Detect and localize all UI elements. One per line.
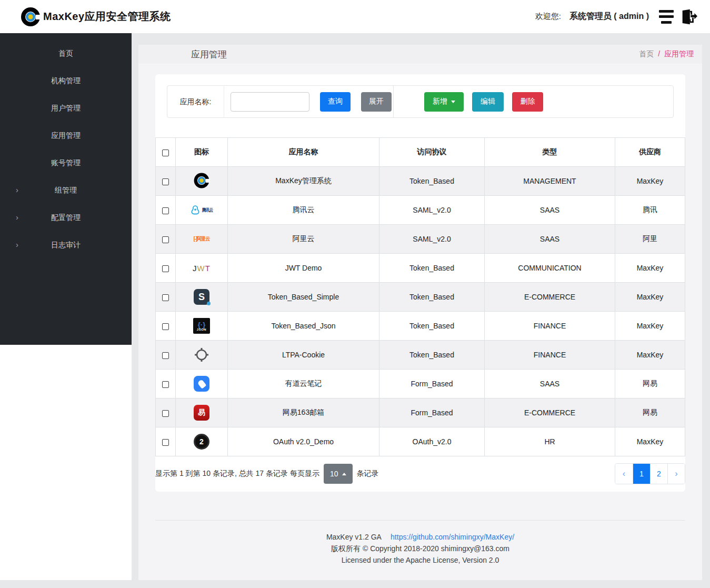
footer-copyright: 版权所有 © Copyright 2018-2020 shimingxy@163… — [155, 545, 685, 553]
page-title: 应用管理 — [191, 48, 227, 61]
row-checkbox[interactable] — [162, 265, 169, 272]
app-type: FINANCE — [485, 312, 615, 341]
sidebar-item-label: 机构管理 — [51, 76, 81, 85]
breadcrumb-separator: / — [658, 49, 660, 58]
app-protocol: Form_Based — [379, 370, 485, 398]
app-name: MaxKey管理系统 — [228, 167, 379, 196]
next-page-button[interactable]: › — [667, 464, 685, 484]
row-checkbox[interactable] — [162, 294, 169, 301]
expand-button[interactable]: 展开 — [361, 92, 392, 112]
app-name: LTPA-Cookie — [228, 341, 379, 370]
oauth2-icon: 2 — [194, 433, 209, 451]
oauth2-icon-text: 2 — [194, 434, 209, 450]
menu-lines-icon[interactable] — [658, 10, 674, 24]
json-label: JSON — [197, 328, 206, 331]
app-protocol: Token_Based — [379, 167, 485, 196]
delete-button[interactable]: 删除 — [512, 92, 543, 112]
app-type: E-COMMERCE — [485, 398, 615, 427]
sidebar-item-label: 账号管理 — [51, 158, 81, 167]
app-type: SAAS — [485, 225, 615, 254]
prev-page-button[interactable]: ‹ — [615, 464, 633, 484]
sidebar-nav: 首页 机构管理 用户管理 应用管理 账号管理 › 组管理 › 配置管理 › 日志… — [0, 33, 132, 345]
chevron-right-icon: › — [16, 204, 18, 231]
page-header-bar: 应用管理 首页 / 应用管理 — [138, 45, 702, 64]
app-protocol: Token_Based — [379, 312, 485, 341]
sidebar-item-org[interactable]: 机构管理 — [0, 67, 132, 94]
app-type: SAAS — [485, 370, 615, 398]
sidebar-item-label: 组管理 — [55, 186, 77, 194]
caret-down-icon — [451, 101, 455, 103]
row-checkbox[interactable] — [162, 236, 169, 243]
row-checkbox[interactable] — [162, 410, 169, 417]
app-name-input[interactable] — [231, 92, 309, 112]
table-row: S Token_Based_Simple Token_Based E-COMME… — [156, 283, 685, 312]
search-panel: 应用名称: 查询 展开 新增 编辑 删除 — [167, 85, 674, 118]
github-link[interactable]: https://github.com/shimingxy/MaxKey/ — [391, 533, 514, 541]
col-header-protocol: 访问协议 — [379, 138, 485, 167]
query-button[interactable]: 查询 — [320, 92, 351, 112]
chevron-right-icon: › — [16, 176, 18, 204]
app-type: HR — [485, 427, 615, 456]
jwt-icon: J W T — [193, 259, 211, 277]
app-vendor: 网易 — [615, 398, 685, 427]
app-protocol: SAML_v2.0 — [379, 225, 485, 254]
edit-button[interactable]: 编辑 — [472, 92, 504, 112]
sidebar-item-label: 应用管理 — [51, 131, 81, 139]
app-vendor: MaxKey — [615, 254, 685, 283]
sidebar-item-label: 日志审计 — [51, 241, 81, 249]
table-row: LTPA-Cookie Token_Based FINANCE MaxKey — [156, 341, 685, 370]
footer-license: Licensed under the Apache License, Versi… — [155, 556, 685, 564]
app-vendor: 阿里 — [615, 225, 685, 254]
sidebar-item-home[interactable]: 首页 — [0, 39, 132, 67]
select-all-checkbox[interactable] — [162, 150, 169, 156]
sidebar-item-users[interactable]: 用户管理 — [0, 94, 132, 122]
add-button[interactable]: 新增 — [424, 92, 464, 112]
page-button-1[interactable]: 1 — [633, 464, 650, 484]
row-checkbox[interactable] — [162, 323, 169, 330]
page-button-group: ‹ 1 2 › — [615, 463, 685, 484]
page-button-2[interactable]: 2 — [650, 464, 667, 484]
sidebar-item-config[interactable]: › 配置管理 — [0, 204, 132, 231]
sidebar-item-audit[interactable]: › 日志审计 — [0, 231, 132, 258]
app-vendor: 腾讯 — [615, 196, 685, 225]
table-row: 腾讯云 腾讯云 SAML_v2.0 SAAS 腾讯 — [156, 196, 685, 225]
caret-up-icon — [342, 473, 346, 475]
current-user: 系统管理员 ( admin ) — [569, 11, 649, 22]
breadcrumb: 首页 / 应用管理 — [639, 49, 694, 59]
breadcrumb-home-link[interactable]: 首页 — [639, 49, 654, 58]
row-checkbox[interactable] — [162, 207, 169, 214]
app-type: E-COMMERCE — [485, 283, 615, 312]
youdao-note-icon — [194, 375, 209, 393]
sidebar-item-apps[interactable]: 应用管理 — [0, 122, 132, 149]
row-checkbox[interactable] — [162, 381, 169, 388]
col-header-name: 应用名称 — [228, 138, 379, 167]
chevron-right-icon: › — [16, 231, 18, 258]
app-protocol: Token_Based — [379, 341, 485, 370]
app-name: 网易163邮箱 — [228, 398, 379, 427]
logout-icon[interactable] — [679, 8, 697, 26]
page-size-select[interactable]: 10 — [324, 464, 353, 484]
table-row: J W T JWT Demo Token_Based COMMUNICATION… — [156, 254, 685, 283]
sidebar-item-accounts[interactable]: 账号管理 — [0, 149, 132, 176]
table-row: {·} JSON Token_Based_Json Token_Based FI… — [156, 312, 685, 341]
app-name: OAuth v2.0_Demo — [228, 427, 379, 456]
pagination-summary-suffix: 条记录 — [357, 469, 379, 479]
app-name: JWT Demo — [228, 254, 379, 283]
jwt-letter: W — [197, 264, 205, 273]
brand: MaxKey应用安全管理系统 — [20, 6, 171, 27]
col-header-vendor: 供应商 — [615, 138, 685, 167]
sidebar-column: 首页 机构管理 用户管理 应用管理 账号管理 › 组管理 › 配置管理 › 日志… — [0, 33, 132, 580]
app-protocol: Token_Based — [379, 254, 485, 283]
app-vendor: MaxKey — [615, 283, 685, 312]
jwt-letter: T — [205, 264, 211, 273]
json-icon: {·} JSON — [193, 317, 210, 335]
row-checkbox[interactable] — [162, 178, 169, 185]
footer-version: MaxKey v1.2 GA — [326, 533, 381, 541]
maxkey-logo-icon — [20, 6, 41, 27]
app-name: 阿里云 — [228, 225, 379, 254]
row-checkbox[interactable] — [162, 352, 169, 359]
row-checkbox[interactable] — [162, 439, 169, 446]
sidebar-item-groups[interactable]: › 组管理 — [0, 176, 132, 204]
json-braces: {·} — [198, 321, 205, 328]
app-protocol: Token_Based — [379, 283, 485, 312]
